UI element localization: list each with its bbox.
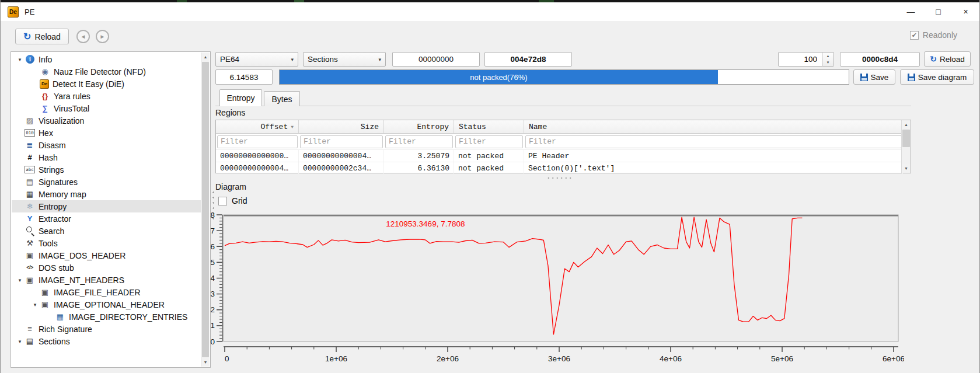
sidebar-item-image-dos-header[interactable]: ▣IMAGE_DOS_HEADER: [12, 249, 201, 262]
sidebar-item-label: DOS stub: [39, 263, 74, 273]
sidebar-item-label: Detect It Easy (DiE): [53, 79, 124, 89]
mapmode-select[interactable]: Sections ▾: [303, 52, 386, 67]
sidebar-item-extractor[interactable]: YExtractor: [12, 212, 201, 225]
table-row[interactable]: 00000000000004…00000000002c34…6.36130not…: [216, 162, 903, 174]
detector-icon: ◉: [40, 67, 50, 76]
svg-text:6e+06: 6e+06: [883, 354, 904, 363]
filter-cell: [384, 134, 454, 149]
reload-label: Reload: [940, 55, 965, 64]
hex-icon: 010: [25, 129, 35, 137]
sidebar-item-rich-signature[interactable]: ≡Rich Signature: [12, 323, 201, 335]
filter-input-offset[interactable]: [217, 135, 298, 148]
svg-text:2: 2: [210, 305, 215, 314]
memory-map-icon: ▦: [25, 189, 35, 199]
sidebar-item-hash[interactable]: #Hash: [12, 151, 201, 163]
scroll-down-icon[interactable]: ▼: [902, 164, 911, 173]
sidebar-item-disasm[interactable]: ≣Disasm: [12, 139, 201, 151]
table-row[interactable]: 00000000000000…00000000000004…3.25079not…: [216, 149, 903, 162]
sidebar-item-signatures[interactable]: ▤Signatures: [12, 176, 201, 188]
total-entropy-field[interactable]: [215, 69, 273, 85]
reload-icon: ↻: [23, 33, 31, 41]
sidebar-item-strings[interactable]: abcStrings: [12, 163, 201, 176]
sidebar-item-image-optional-header[interactable]: ▾▣IMAGE_OPTIONAL_HEADER: [12, 298, 201, 311]
extractor-icon: Y: [25, 214, 35, 224]
sidebar-item-yara-rules[interactable]: {}Yara rules: [12, 90, 201, 102]
spin-up-icon[interactable]: ▴: [822, 53, 833, 60]
readonly-checkbox[interactable]: ✔: [910, 31, 919, 40]
sidebar-item-entropy[interactable]: ❄Entropy: [12, 200, 201, 212]
offset-field[interactable]: [392, 52, 480, 67]
sidebar-item-sections[interactable]: ▾▤Sections: [12, 335, 201, 347]
filter-cell: [216, 134, 299, 149]
sidebar-item-label: IMAGE_DOS_HEADER: [39, 251, 125, 260]
table-scrollbar-thumb[interactable]: [902, 130, 910, 147]
reload-button[interactable]: ↻ Reload: [15, 29, 69, 44]
expander-icon[interactable]: ▾: [15, 57, 25, 62]
struct-icon: ▣: [25, 250, 35, 260]
forward-button[interactable]: ►: [96, 30, 109, 43]
blocksize-field[interactable]: [840, 52, 920, 67]
back-button[interactable]: ◄: [76, 30, 90, 43]
minimize-button[interactable]: —: [897, 2, 925, 21]
hash-icon: #: [25, 152, 35, 162]
save-button[interactable]: Save: [853, 69, 895, 85]
scroll-up-icon[interactable]: ▲: [201, 53, 210, 61]
column-header-status[interactable]: Status: [454, 120, 524, 133]
spin-down-icon[interactable]: ▾: [822, 60, 833, 67]
filter-input-status[interactable]: [455, 135, 523, 148]
sidebar-item-dos-stub[interactable]: </>DOS stub: [12, 262, 201, 274]
cell-status: not packed: [454, 150, 524, 162]
close-button[interactable]: ×: [952, 2, 979, 21]
filetype-select[interactable]: PE64 ▾: [215, 52, 298, 67]
splitter-handle[interactable]: [546, 176, 573, 179]
reload-secondary-button[interactable]: ↻ Reload: [924, 51, 971, 67]
sidebar-item-label: Rich Signature: [39, 325, 92, 334]
sidebar-item-tools[interactable]: ⚒Tools: [12, 237, 201, 249]
cell-name: Section(0)['.text']: [524, 162, 903, 174]
expander-icon[interactable]: ▾: [15, 277, 25, 283]
expander-icon[interactable]: ▾: [30, 302, 40, 308]
tab-entropy[interactable]: Entropy: [219, 89, 262, 106]
table-scrollbar[interactable]: ▲ ▼: [901, 120, 911, 173]
entropy-chart[interactable]: 01234567801e+062e+063e+064e+065e+066e+06…: [204, 211, 904, 368]
sidebar-item-label: IMAGE_NT_HEADERS: [39, 276, 124, 285]
svg-text:1: 1: [210, 321, 215, 330]
save-diagram-button[interactable]: Save diagram: [900, 69, 974, 85]
sidebar-item-hex[interactable]: 010Hex: [12, 127, 201, 139]
sidebar-item-search[interactable]: Search: [12, 225, 201, 237]
tab-label: Entropy: [226, 93, 254, 103]
column-header-size[interactable]: Size: [299, 120, 384, 133]
count-field[interactable]: [778, 52, 822, 67]
sidebar-item-image-file-header[interactable]: ▣IMAGE_FILE_HEADER: [12, 286, 201, 298]
sidebar-item-label: IMAGE_FILE_HEADER: [54, 288, 141, 297]
sidebar-item-image-directory-entries[interactable]: ▦IMAGE_DIRECTORY_ENTRIES: [12, 311, 201, 323]
size-field[interactable]: [484, 52, 572, 67]
column-header-label: Status: [459, 123, 486, 131]
readonly-checkbox-row: ✔ Readonly: [910, 30, 957, 40]
sidebar-item-memory-map[interactable]: ▦Memory map: [12, 188, 201, 200]
visualization-icon: ▨: [25, 116, 35, 126]
sidebar-item-nauz-file-detector[interactable]: ◉Nauz File Detector (NFD): [12, 65, 201, 78]
filter-input-entropy[interactable]: [385, 135, 453, 148]
grid-checkbox[interactable]: [218, 197, 227, 205]
scroll-up-icon[interactable]: ▲: [902, 120, 911, 129]
tab-bytes[interactable]: Bytes: [264, 91, 300, 106]
search-icon: [25, 226, 35, 236]
sidebar-item-detect-it-easy[interactable]: DeDetect It Easy (DiE): [12, 78, 201, 90]
column-header-name[interactable]: Name: [524, 120, 903, 133]
sidebar-item-virustotal[interactable]: ∑VirusTotal: [12, 102, 201, 114]
sidebar-item-visualization[interactable]: ▨Visualization: [12, 114, 201, 127]
column-header-offset[interactable]: Offset▼: [216, 120, 299, 133]
sidebar-item-image-nt-headers[interactable]: ▾▣IMAGE_NT_HEADERS: [12, 274, 201, 286]
expander-icon[interactable]: ▾: [15, 339, 25, 344]
sidebar-item-info[interactable]: ▾iInfo: [12, 53, 201, 65]
titlebar: De PE — □ ×: [1, 2, 979, 21]
maximize-button[interactable]: □: [925, 2, 952, 21]
signatures-icon: ▤: [25, 177, 35, 187]
column-header-entropy[interactable]: Entropy: [384, 120, 454, 133]
filter-input-name[interactable]: [525, 135, 902, 148]
sidebar-item-label: IMAGE_OPTIONAL_HEADER: [54, 300, 165, 309]
sidebar-item-label: Entropy: [39, 202, 67, 211]
count-stepper: ▴ ▾: [778, 52, 834, 67]
filter-input-size[interactable]: [300, 135, 383, 148]
